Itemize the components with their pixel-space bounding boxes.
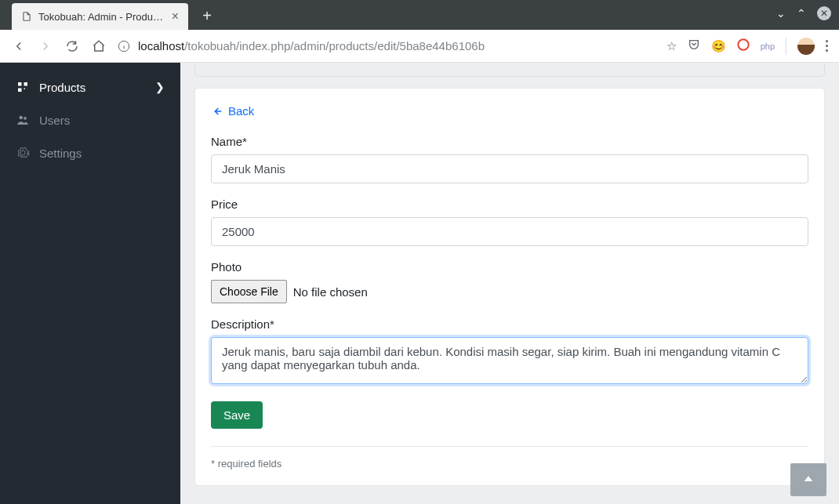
- back-link[interactable]: Back: [211, 104, 254, 118]
- name-input[interactable]: [211, 154, 808, 183]
- window-close-icon[interactable]: ✕: [817, 6, 831, 20]
- svg-point-3: [738, 39, 748, 49]
- menu-dots-icon[interactable]: [826, 40, 828, 52]
- php-ext-icon[interactable]: php: [761, 42, 775, 51]
- scroll-to-top-button[interactable]: [790, 463, 826, 496]
- emoji-ext-icon[interactable]: 😊: [711, 39, 726, 53]
- back-link-label: Back: [228, 104, 254, 118]
- sidebar-item-settings[interactable]: Settings: [0, 136, 180, 169]
- choose-file-button[interactable]: Choose File: [211, 280, 287, 303]
- forward-button[interactable]: [38, 38, 53, 54]
- site-info-icon[interactable]: [118, 40, 130, 53]
- url-text: localhost/tokobuah/index.php/admin/produ…: [138, 39, 485, 53]
- collapsed-alert: [194, 63, 825, 77]
- window-controls: ⌄ ⌃ ✕: [776, 6, 831, 20]
- save-button[interactable]: Save: [211, 401, 263, 429]
- gear-icon: [16, 146, 30, 160]
- reload-button[interactable]: [64, 38, 80, 54]
- sidebar: Products ❯ Users Settings: [0, 63, 180, 504]
- file-status: No file chosen: [293, 285, 368, 299]
- description-label: Description*: [211, 317, 808, 331]
- sidebar-item-label: Settings: [39, 147, 82, 160]
- toolbar-separator: [786, 38, 786, 55]
- price-input[interactable]: [211, 217, 808, 246]
- tab-title: Tokobuah: Admin - Products: [38, 11, 165, 23]
- window-maximize-icon[interactable]: ⌃: [797, 7, 806, 20]
- page-icon: [21, 11, 32, 22]
- photo-label: Photo: [211, 260, 808, 274]
- profile-avatar[interactable]: [797, 38, 815, 55]
- browser-toolbar: localhost/tokobuah/index.php/admin/produ…: [0, 30, 839, 63]
- sidebar-item-products[interactable]: Products ❯: [0, 71, 180, 103]
- address-bar[interactable]: localhost/tokobuah/index.php/admin/produ…: [118, 39, 656, 53]
- pocket-icon[interactable]: [688, 38, 700, 53]
- sidebar-item-label: Users: [39, 114, 70, 127]
- new-tab-button[interactable]: +: [196, 5, 218, 27]
- svg-point-5: [24, 117, 27, 120]
- name-label: Name*: [211, 135, 808, 148]
- svg-point-4: [20, 116, 24, 120]
- sidebar-item-label: Products: [39, 81, 85, 94]
- products-icon: [16, 80, 30, 94]
- ext-s-icon[interactable]: [737, 38, 750, 53]
- chevron-right-icon: ❯: [155, 81, 165, 93]
- window-minimize-icon[interactable]: ⌄: [776, 7, 786, 20]
- required-fields-note: * required fields: [211, 446, 808, 470]
- form-card: Back Name* Price Photo Choose File No fi…: [194, 88, 825, 486]
- tab-strip: Tokobuah: Admin - Products × + ⌄ ⌃ ✕: [0, 0, 839, 30]
- back-button[interactable]: [11, 38, 27, 54]
- browser-tab[interactable]: Tokobuah: Admin - Products ×: [12, 3, 188, 30]
- tab-close-icon[interactable]: ×: [172, 10, 179, 23]
- sidebar-item-users[interactable]: Users: [0, 103, 180, 136]
- bookmark-star-icon[interactable]: ☆: [666, 39, 677, 53]
- home-button[interactable]: [91, 38, 107, 54]
- users-icon: [16, 113, 30, 127]
- description-textarea[interactable]: [211, 337, 808, 384]
- price-label: Price: [211, 198, 808, 211]
- main-content[interactable]: Back Name* Price Photo Choose File No fi…: [180, 63, 839, 504]
